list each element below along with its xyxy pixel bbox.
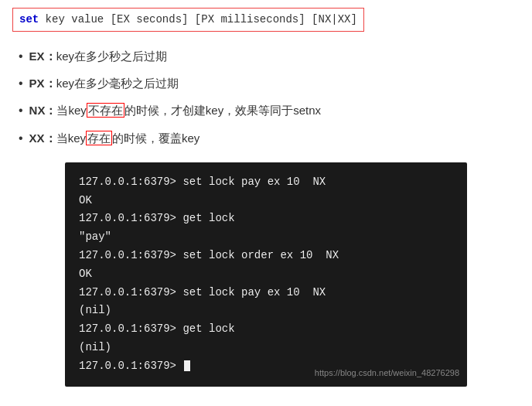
terminal-line-3: 127.0.0.1:6379> get lock <box>79 210 453 228</box>
terminal-block: 127.0.0.1:6379> set lock pay ex 10 NX OK… <box>65 162 467 387</box>
terminal-line-10: (nil) <box>79 339 453 357</box>
terminal-line-5: 127.0.0.1:6379> set lock order ex 10 NX <box>79 247 453 265</box>
terminal-line-9: 127.0.0.1:6379> get lock <box>79 320 453 339</box>
bullet-item-nx: NX：当key不存在的时候，才创建key，效果等同于setnx <box>19 100 520 121</box>
code-rest: key value [EX seconds] [PX milliseconds]… <box>39 13 357 26</box>
code-syntax-block: set key value [EX seconds] [PX milliseco… <box>12 8 364 32</box>
bullet-list: EX：key在多少秒之后过期 PX：key在多少毫秒之后过期 NX：当key不存… <box>19 46 520 148</box>
highlight-not-exist: 不存在 <box>87 103 124 118</box>
terminal-line-6: OK <box>79 265 453 284</box>
terminal-cursor <box>184 360 190 371</box>
terminal-line-8: (nil) <box>79 302 453 320</box>
terminal-line-4: "pay" <box>79 228 453 247</box>
bullet-item-xx: XX：当key存在的时候，覆盖key <box>19 128 520 148</box>
bullet-item-px: PX：key在多少毫秒之后过期 <box>19 73 520 94</box>
terminal-line-7: 127.0.0.1:6379> set lock pay ex 10 NX <box>79 284 453 302</box>
highlight-exist: 存在 <box>86 131 112 145</box>
terminal-line-1: 127.0.0.1:6379> set lock pay ex 10 NX <box>79 173 453 192</box>
code-keyword: set <box>19 13 39 26</box>
watermark: https://blog.csdn.net/weixin_48276298 <box>315 366 459 380</box>
terminal-line-2: OK <box>79 192 453 210</box>
bullet-item-ex: EX：key在多少秒之后过期 <box>19 46 520 67</box>
